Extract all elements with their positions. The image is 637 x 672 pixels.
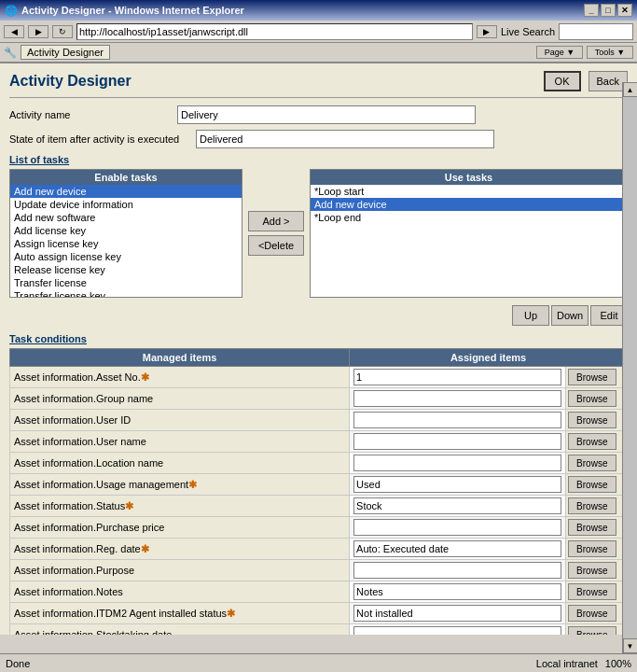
- maximize-button[interactable]: □: [601, 4, 616, 17]
- assigned-input-5[interactable]: [353, 476, 561, 493]
- browse-button-9[interactable]: Browse: [568, 562, 616, 579]
- browse-button-4[interactable]: Browse: [568, 455, 616, 471]
- browse-button-8[interactable]: Browse: [568, 540, 616, 557]
- enable-task-item-0[interactable]: Add new device: [10, 185, 242, 198]
- scrollbar[interactable]: ▲ ▼: [622, 82, 637, 635]
- browse-cell-1: Browse: [565, 388, 627, 410]
- assigned-input-7[interactable]: [353, 519, 561, 536]
- window-title: Activity Designer - Windows Internet Exp…: [21, 5, 244, 16]
- down-button[interactable]: Down: [551, 305, 589, 326]
- tasks-container: Enable tasks Add new device Update devic…: [9, 169, 628, 298]
- assigned-input-11[interactable]: [353, 605, 561, 622]
- assigned-input-8[interactable]: [353, 540, 561, 557]
- minimize-button[interactable]: _: [584, 4, 599, 17]
- assigned-input-10[interactable]: [353, 583, 561, 600]
- page-menu-button[interactable]: Page ▼: [536, 46, 583, 59]
- assigned-cell-11: [350, 603, 566, 624]
- browse-button-5[interactable]: Browse: [568, 476, 616, 493]
- state-row: State of item after activity is executed: [9, 130, 628, 148]
- assigned-input-9[interactable]: [353, 562, 561, 579]
- browse-button-11[interactable]: Browse: [568, 605, 616, 622]
- address-bar: ◀ ▶ ↻ ▶ Live Search: [0, 21, 637, 43]
- browse-cell-4: Browse: [565, 453, 627, 474]
- task-conditions-title: Task conditions: [9, 333, 628, 344]
- use-tasks-list[interactable]: *Loop start Add new device *Loop end: [311, 185, 627, 297]
- assigned-cell-0: [350, 367, 566, 388]
- managed-cell-12: Asset information.Stocktaking date: [10, 624, 350, 636]
- tab-label: Activity Designer: [21, 45, 110, 60]
- delete-task-button[interactable]: <Delete: [248, 235, 304, 256]
- assigned-cell-9: [350, 560, 566, 581]
- activity-name-input[interactable]: [177, 105, 476, 124]
- use-task-item-1[interactable]: Add new device: [311, 198, 627, 211]
- go-button[interactable]: ▶: [477, 25, 497, 38]
- refresh-button[interactable]: ↻: [52, 25, 73, 38]
- live-search-input[interactable]: [559, 23, 633, 40]
- assigned-input-0[interactable]: [353, 369, 561, 385]
- enable-task-item-4[interactable]: Assign license key: [10, 237, 242, 250]
- state-input[interactable]: [196, 130, 494, 148]
- assigned-input-4[interactable]: [353, 455, 561, 471]
- add-task-button[interactable]: Add >: [248, 211, 304, 231]
- main-content: Activity Designer OK Back Activity name …: [0, 63, 637, 635]
- browse-button-10[interactable]: Browse: [568, 583, 616, 600]
- assigned-input-12[interactable]: [353, 626, 561, 635]
- use-task-item-2[interactable]: *Loop end: [311, 211, 627, 224]
- enable-task-item-3[interactable]: Add license key: [10, 224, 242, 237]
- enable-task-item-7[interactable]: Transfer license: [10, 276, 242, 289]
- forward-nav-button[interactable]: ▶: [28, 25, 48, 38]
- ok-button[interactable]: OK: [544, 71, 581, 91]
- assigned-input-3[interactable]: [353, 433, 561, 450]
- enable-tasks-panel: Enable tasks Add new device Update devic…: [9, 169, 242, 298]
- assigned-cell-12: [350, 624, 566, 636]
- use-task-item-0[interactable]: *Loop start: [311, 185, 627, 198]
- browse-button-0[interactable]: Browse: [568, 369, 616, 385]
- back-nav-button[interactable]: ◀: [4, 25, 24, 38]
- up-button[interactable]: Up: [512, 305, 549, 326]
- assigned-cell-7: [350, 517, 566, 539]
- browse-button-12[interactable]: Browse: [568, 626, 616, 635]
- activity-name-row: Activity name: [9, 105, 628, 124]
- enable-task-item-8[interactable]: Transfer license key: [10, 289, 242, 297]
- browse-button-6[interactable]: Browse: [568, 497, 616, 514]
- use-tasks-header: Use tasks: [311, 170, 627, 185]
- managed-cell-0: Asset information.Asset No.✱: [10, 367, 350, 388]
- task-action-row: Up Down Edit: [9, 305, 628, 326]
- browse-cell-2: Browse: [565, 410, 627, 431]
- scroll-up-button[interactable]: ▲: [623, 82, 638, 97]
- task-conditions-table: Managed items Assigned items Asset infor…: [9, 348, 628, 635]
- enable-task-item-5[interactable]: Auto assign license key: [10, 250, 242, 263]
- enable-task-item-2[interactable]: Add new software: [10, 211, 242, 224]
- assigned-input-1[interactable]: [353, 390, 561, 407]
- scroll-track[interactable]: [623, 97, 638, 635]
- browse-cell-3: Browse: [565, 431, 627, 453]
- assigned-items-header: Assigned items: [350, 349, 628, 367]
- activity-name-label: Activity name: [9, 109, 177, 120]
- browse-button-7[interactable]: Browse: [568, 519, 616, 536]
- enable-tasks-header: Enable tasks: [10, 170, 242, 185]
- window-titlebar: 🌐 Activity Designer - Windows Internet E…: [0, 0, 637, 21]
- tasks-middle-buttons: Add > <Delete: [242, 169, 310, 298]
- enable-task-item-1[interactable]: Update device information: [10, 198, 242, 211]
- list-of-tasks-title: List of tasks: [9, 154, 628, 165]
- enable-task-item-6[interactable]: Release license key: [10, 263, 242, 276]
- browse-button-3[interactable]: Browse: [568, 433, 616, 450]
- browse-button-1[interactable]: Browse: [568, 390, 616, 407]
- activity-designer-icon: 🔧: [4, 47, 17, 59]
- close-button[interactable]: ✕: [617, 4, 632, 17]
- assigned-cell-4: [350, 453, 566, 474]
- browse-cell-5: Browse: [565, 474, 627, 496]
- browse-cell-6: Browse: [565, 496, 627, 517]
- assigned-input-2[interactable]: [353, 412, 561, 428]
- assigned-input-6[interactable]: [353, 497, 561, 514]
- browse-cell-11: Browse: [565, 603, 627, 624]
- tools-menu-button[interactable]: Tools ▼: [587, 46, 633, 59]
- live-search-label: Live Search: [501, 26, 555, 37]
- browse-button-2[interactable]: Browse: [568, 412, 616, 428]
- managed-cell-5: Asset information.Usage management✱: [10, 474, 350, 496]
- window-icon: 🌐: [5, 5, 18, 17]
- enable-tasks-list[interactable]: Add new device Update device information…: [10, 185, 242, 297]
- managed-cell-2: Asset information.User ID: [10, 410, 350, 431]
- address-input[interactable]: [76, 23, 473, 40]
- assigned-cell-3: [350, 431, 566, 453]
